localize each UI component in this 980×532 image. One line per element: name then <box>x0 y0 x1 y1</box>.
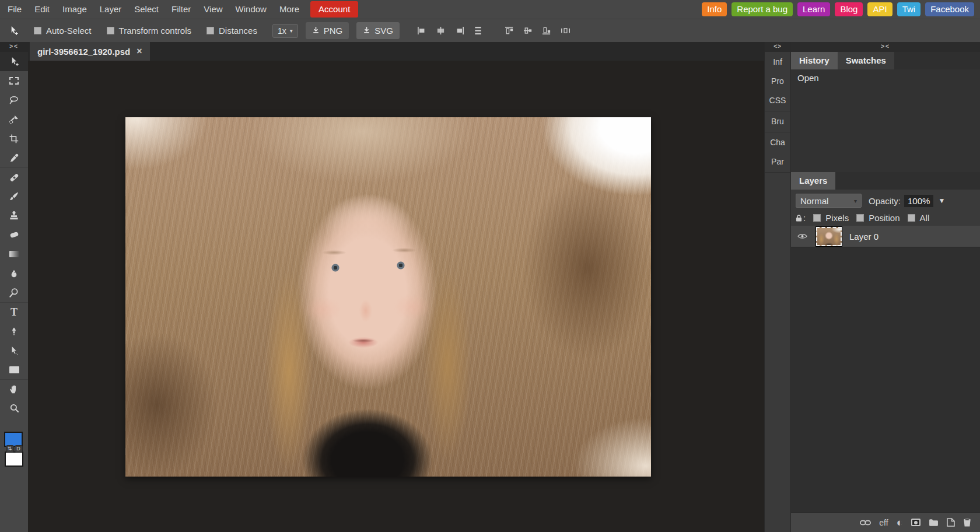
panel-tab-par[interactable]: Par <box>765 152 790 172</box>
layer-name: Layer 0 <box>849 232 878 242</box>
link-twi[interactable]: Twi <box>897 2 921 16</box>
panel-tab-cha[interactable]: Cha <box>765 133 790 152</box>
app-menus: FileEditImageLayerSelectFilterViewWindow… <box>0 0 358 19</box>
toolstrip-collapse[interactable]: >< <box>0 42 28 52</box>
background-color-swatch[interactable] <box>5 452 23 467</box>
lock-all[interactable]: All <box>908 213 930 223</box>
hand-tool[interactable] <box>0 379 28 398</box>
lasso-select-tool[interactable] <box>0 90 28 110</box>
export-svg-button[interactable]: SVG <box>356 22 400 39</box>
document-image[interactable] <box>125 117 651 477</box>
menu-filter[interactable]: Filter <box>165 0 197 19</box>
menu-layer[interactable]: Layer <box>93 0 128 19</box>
align-left-icon[interactable] <box>417 26 427 35</box>
eyedropper-tool[interactable] <box>0 148 28 167</box>
swatch-mini-buttons: ⇅ D <box>4 445 24 453</box>
folder-icon[interactable] <box>929 519 939 527</box>
checkbox-auto-select[interactable] <box>34 27 41 34</box>
blur-tool[interactable] <box>0 264 28 283</box>
distribute-horizontal-icon[interactable] <box>561 26 570 35</box>
swap-colors-button[interactable]: ⇅ <box>6 445 14 453</box>
option-auto-select[interactable]: Auto-Select <box>34 26 92 36</box>
option-distances[interactable]: Distances <box>206 26 257 36</box>
layers-controls: Normal ▾ Opacity: 100% ▼ : PixelsPositio… <box>791 190 980 228</box>
account-button[interactable]: Account <box>310 1 358 18</box>
spot-heal-tool[interactable] <box>0 167 28 187</box>
zoom-tool[interactable] <box>0 398 28 418</box>
path-select-tool[interactable] <box>0 341 28 360</box>
dodge-tool[interactable] <box>0 283 28 302</box>
panel-tab-css[interactable]: CSS <box>765 91 790 110</box>
type-tool[interactable]: T <box>0 302 28 321</box>
lock-pixels[interactable]: Pixels <box>813 213 849 223</box>
default-colors-button[interactable]: D <box>15 445 23 453</box>
opacity-input[interactable]: 100% <box>904 195 933 207</box>
close-tab-icon[interactable]: × <box>136 46 142 57</box>
link-icon[interactable] <box>860 519 871 526</box>
move-tool[interactable] <box>0 52 28 71</box>
visibility-eye-icon[interactable] <box>797 233 807 240</box>
link-blog[interactable]: Blog <box>835 2 863 16</box>
align-top-icon[interactable] <box>505 26 514 35</box>
export-scale-select[interactable]: 1x ▾ <box>272 24 298 38</box>
align-middle-icon[interactable] <box>523 26 533 35</box>
layer-row[interactable]: Layer 0 <box>791 226 980 247</box>
link-info[interactable]: Info <box>702 2 727 16</box>
option-transform-controls[interactable]: Transform controls <box>107 26 191 36</box>
checkbox-pixels[interactable] <box>813 214 821 222</box>
menu-window[interactable]: Window <box>229 0 273 19</box>
checkbox-position[interactable] <box>856 214 864 222</box>
tab-history[interactable]: History <box>791 52 838 69</box>
distribute-vertical-icon[interactable] <box>473 26 483 35</box>
export-png-button[interactable]: PNG <box>306 22 349 39</box>
menu-view[interactable]: View <box>197 0 229 19</box>
menu-file[interactable]: File <box>1 0 28 19</box>
rightpanel-collapse[interactable]: >< <box>791 42 980 52</box>
opacity-dropdown-icon[interactable]: ▼ <box>938 197 945 205</box>
link-learn[interactable]: Learn <box>797 2 830 16</box>
healing-icon <box>9 173 19 183</box>
menu-select[interactable]: Select <box>128 0 165 19</box>
panel-tab-bru[interactable]: Bru <box>765 112 790 131</box>
lock-position[interactable]: Position <box>856 213 900 223</box>
align-bottom-icon[interactable] <box>542 26 552 35</box>
history-item[interactable]: Open <box>791 69 980 87</box>
dodge-icon <box>9 288 19 298</box>
link-api[interactable]: API <box>867 2 892 16</box>
panelstrip-collapse[interactable]: <> <box>765 42 790 52</box>
tab-layers[interactable]: Layers <box>791 172 835 190</box>
quick-select-tool[interactable] <box>0 110 28 129</box>
clone-stamp-tool[interactable] <box>0 206 28 225</box>
eraser-tool[interactable] <box>0 225 28 244</box>
menu-image[interactable]: Image <box>56 0 93 19</box>
adjustment-icon[interactable]: ◐ <box>897 517 903 528</box>
align-right-icon[interactable] <box>454 26 464 35</box>
link-report-a-bug[interactable]: Report a bug <box>732 2 793 16</box>
rectangle-select-tool[interactable] <box>0 71 28 90</box>
checkbox-transform-controls[interactable] <box>107 27 114 34</box>
checkbox-all[interactable] <box>908 214 915 222</box>
delete-icon[interactable] <box>963 518 971 527</box>
crop-tool[interactable] <box>0 129 28 148</box>
collapsed-panel-tabs: InfProCSSBruChaPar <box>765 52 790 173</box>
rectangle-tool[interactable] <box>0 360 28 379</box>
mask-icon[interactable] <box>911 519 921 526</box>
pen-tool[interactable] <box>0 321 28 341</box>
gradient-tool[interactable] <box>0 244 28 264</box>
eraser-icon <box>9 230 19 240</box>
tab-swatches[interactable]: Swatches <box>838 52 894 69</box>
new-layer-icon[interactable] <box>947 518 955 527</box>
menu-more[interactable]: More <box>273 0 306 19</box>
document-tab[interactable]: girl-3956612_1920.psd × <box>30 42 150 61</box>
brush-tool[interactable] <box>0 187 28 206</box>
lasso-icon <box>9 96 19 105</box>
link-facebook[interactable]: Facebook <box>925 2 974 16</box>
checkbox-distances[interactable] <box>206 27 214 34</box>
panel-tab-inf[interactable]: Inf <box>765 52 790 72</box>
panel-tab-pro[interactable]: Pro <box>765 72 790 91</box>
blend-mode-select[interactable]: Normal ▾ <box>796 194 862 208</box>
menu-edit[interactable]: Edit <box>28 0 56 19</box>
effects-button[interactable]: eff <box>879 518 888 527</box>
align-center-horizontal-icon[interactable] <box>436 26 446 35</box>
type-icon: T <box>10 307 18 317</box>
